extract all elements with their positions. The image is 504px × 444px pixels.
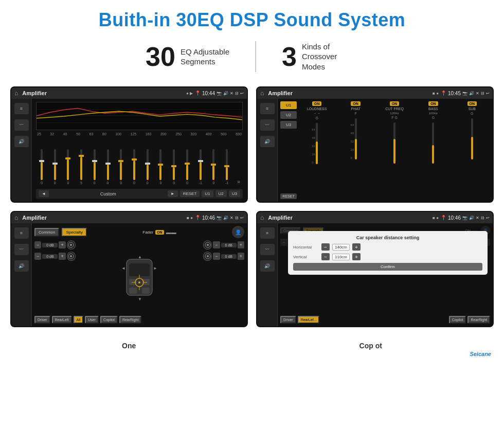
rear-right-btn[interactable]: RearRight — [119, 316, 142, 324]
fader-on-badge[interactable]: ON — [155, 230, 164, 235]
crossover-sidebar-btn1[interactable]: ≡ — [260, 103, 275, 114]
sub-name: SUB — [469, 107, 476, 111]
eq-slider-8[interactable]: 0 — [129, 149, 140, 185]
db-minus-fl[interactable]: − — [34, 241, 41, 248]
user-btn[interactable]: User — [85, 316, 99, 324]
db-plus-rr[interactable]: + — [238, 253, 244, 260]
loudness-slider[interactable]: 64 48 32 16 0 — [316, 123, 318, 164]
horizontal-plus-btn[interactable]: + — [352, 243, 361, 251]
db-plus-fr[interactable]: + — [238, 241, 244, 248]
distance-time: 10:46 — [448, 215, 461, 221]
cutfreq-on[interactable]: ON — [390, 101, 400, 106]
settings-person-icon[interactable]: 👤 — [232, 226, 244, 238]
db-plus-rl[interactable]: + — [59, 253, 65, 260]
speaker-back-icon[interactable]: ↩ — [240, 216, 244, 220]
distance-screen: ⌂ Amplifier ■ ● 📍 10:46 📷 🔊 ✕ ⊟ ↩ ≡ 〰 🔊 — [256, 211, 494, 327]
crossover-reset-btn[interactable]: RESET — [280, 193, 297, 199]
sub-on[interactable]: ON — [467, 101, 477, 106]
distance-sidebar-btn3[interactable]: 🔊 — [260, 260, 275, 272]
eq-slider-1[interactable]: 0 — [36, 149, 47, 185]
distance-close-icon[interactable]: ✕ — [476, 216, 479, 220]
confirm-btn[interactable]: Confirm — [293, 263, 482, 271]
speaker-close-icon[interactable]: ✕ — [230, 216, 233, 220]
db-plus-fl[interactable]: + — [59, 241, 65, 248]
back-icon[interactable]: ↩ — [240, 91, 244, 96]
dist-driver-btn[interactable]: Driver — [280, 316, 296, 324]
db-minus-rl[interactable]: − — [34, 253, 41, 260]
speaker-home-icon[interactable]: ⌂ — [14, 214, 18, 221]
eq-slider-13[interactable]: -1 — [195, 149, 206, 185]
eq-slider-9[interactable]: 0 — [142, 149, 153, 185]
eq-slider-7[interactable]: 0 — [115, 149, 127, 185]
eq-sidebar-btn2[interactable]: 〰 — [14, 119, 29, 131]
eq-prev-btn[interactable]: ◄ — [39, 190, 49, 197]
distance-window-icon[interactable]: ⊟ — [481, 216, 484, 220]
u3-btn[interactable]: U3 — [280, 121, 297, 129]
copilot-btn[interactable]: Copilot — [100, 316, 118, 324]
vertical-plus-btn[interactable]: + — [352, 253, 361, 260]
eq-slider-12[interactable]: 0 — [182, 149, 193, 185]
eq-slider-11[interactable]: 0 — [168, 149, 179, 185]
dist-rear-left-btn[interactable]: RearLef... — [298, 316, 320, 324]
cutfreq-slider[interactable] — [393, 122, 395, 164]
eq-reset-btn[interactable]: RESET — [180, 190, 200, 197]
eq-next-btn[interactable]: ► — [168, 190, 178, 197]
u1-btn[interactable]: U1 — [280, 101, 297, 109]
close-icon[interactable]: ✕ — [230, 91, 233, 96]
crossover-home-icon[interactable]: ⌂ — [260, 90, 264, 97]
eq-slider-10[interactable]: 0 — [155, 149, 167, 185]
crossover-sidebar-btn2[interactable]: 〰 — [260, 119, 275, 131]
crossover-close-icon[interactable]: ✕ — [476, 91, 479, 96]
eq-slider-14[interactable]: 0 — [208, 149, 220, 185]
seicane-watermark: Seicane — [0, 350, 504, 360]
eq-screen: ⌂ Amplifier ● ▶ 📍 10:44 📷 🔊 ✕ ⊟ ↩ ≡ 〰 🔊 — [10, 86, 248, 203]
speaker-sidebar-btn1[interactable]: ≡ — [14, 227, 29, 239]
eq-u3-btn[interactable]: U3 — [229, 190, 240, 197]
speaker-window-icon[interactable]: ⊟ — [235, 216, 239, 220]
eq-slider-5[interactable]: 0 — [89, 149, 100, 185]
db-val-fr: 0 dB — [221, 243, 237, 247]
rear-left-btn[interactable]: RearLeft — [52, 316, 72, 324]
common-mode-btn[interactable]: Common — [34, 228, 59, 237]
speaker-sidebar-btn3[interactable]: 🔊 — [14, 260, 29, 272]
bass-on[interactable]: ON — [428, 101, 438, 106]
distance-sidebar-btn1[interactable]: ≡ — [260, 227, 275, 239]
crossover-window-icon[interactable]: ⊟ — [481, 91, 484, 96]
db-minus-fr[interactable]: − — [213, 241, 220, 248]
crossover-status-icons: 📍 10:45 📷 🔊 ✕ ⊟ ↩ — [441, 91, 490, 96]
phat-slider[interactable]: 64 48 32 16 0 — [355, 118, 357, 159]
sub-slider[interactable] — [471, 118, 473, 159]
eq-sidebar-btn3[interactable]: 🔊 — [14, 136, 29, 147]
bass-slider[interactable] — [432, 122, 434, 164]
specialty-mode-btn[interactable]: Specialty — [62, 228, 86, 237]
svg-rect-12 — [129, 288, 137, 294]
speaker-fl-icon — [67, 240, 76, 250]
eq-u2-btn[interactable]: U2 — [215, 190, 227, 197]
home-icon[interactable]: ⌂ — [14, 90, 18, 97]
phat-on[interactable]: ON — [351, 101, 361, 106]
u2-btn[interactable]: U2 — [280, 111, 297, 119]
eq-u1-btn[interactable]: U1 — [202, 190, 213, 197]
eq-slider-3[interactable]: 0 — [62, 149, 74, 185]
eq-slider-2[interactable]: 0 — [49, 149, 61, 185]
vertical-minus-btn[interactable]: − — [321, 253, 330, 260]
speaker-sidebar-btn2[interactable]: 〰 — [14, 244, 29, 255]
distance-back-icon[interactable]: ↩ — [486, 216, 490, 220]
distance-sidebar-btn2[interactable]: 〰 — [260, 244, 275, 255]
loudness-on[interactable]: ON — [312, 101, 322, 106]
dist-copilot-btn[interactable]: Copilot — [449, 316, 466, 324]
eq-sidebar-btn1[interactable]: ≡ — [14, 103, 29, 114]
db-minus-rr[interactable]: − — [213, 253, 220, 260]
eq-slider-6[interactable]: 0 — [102, 149, 114, 185]
driver-btn[interactable]: Driver — [34, 316, 50, 324]
eq-slider-4[interactable]: 5 — [76, 149, 87, 185]
window-icon[interactable]: ⊟ — [235, 91, 239, 96]
horizontal-minus-btn[interactable]: − — [321, 243, 330, 251]
crossover-back-icon[interactable]: ↩ — [486, 91, 490, 96]
eq-slider-15[interactable]: -1 — [221, 149, 232, 185]
crossover-sidebar-btn3[interactable]: 🔊 — [260, 136, 275, 147]
dist-rear-right-btn[interactable]: RearRight — [467, 316, 490, 324]
bottom-label-right: Cop ot — [359, 342, 382, 350]
all-btn[interactable]: All — [74, 316, 84, 324]
distance-home-icon[interactable]: ⌂ — [260, 214, 264, 221]
